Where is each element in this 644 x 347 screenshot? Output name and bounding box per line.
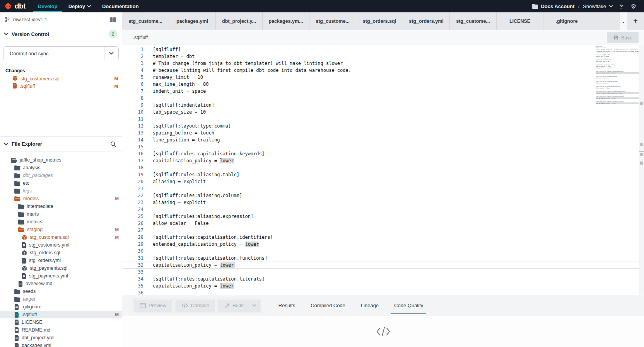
tree-item-overview.md[interactable]: overview.md [0, 280, 122, 287]
code-line-29[interactable]: 29extended_capitalisation_policy = lower [122, 241, 639, 248]
nav-item-documentation[interactable]: Documentation [97, 0, 144, 12]
tree-item-dbt_project.yml[interactable]: dbt_project.yml [0, 334, 122, 342]
tree-item-LICENSE[interactable]: LICENSE [0, 318, 122, 326]
code-line-25[interactable]: 25[sqlfluff:rules:aliasing.expression] [122, 213, 639, 220]
tree-item-logs[interactable]: logs [0, 187, 122, 195]
code-line-9[interactable]: 9[sqlfluff:indentation] [122, 102, 639, 109]
file-tab-stg_ordersyml[interactable]: stg_orders.yml [403, 12, 450, 30]
file-tab-overflow[interactable]: . [620, 12, 627, 30]
code-line-31[interactable]: 31[sqlfluff:rules:capitalisation.functio… [122, 255, 639, 262]
file-tab-stg_custome[interactable]: stg_custome... [309, 12, 356, 30]
code-line-14[interactable]: 14line_position = trailing [122, 136, 639, 143]
file-tab-stg_custome[interactable]: stg_custome... [450, 12, 497, 30]
panel-tab-results[interactable]: Results [278, 300, 295, 311]
code-line-30[interactable]: 30 [122, 248, 639, 255]
code-line-27[interactable]: 27 [122, 227, 639, 234]
tree-item-.sqlfluff[interactable]: .sqlfluffM [0, 311, 122, 318]
version-control-header[interactable]: Version Control 2 [0, 27, 122, 41]
code-line-23[interactable]: 23aliasing = explicit [122, 199, 639, 206]
code-line-20[interactable]: 20aliasing = explicit [122, 178, 639, 185]
code-line-36[interactable]: 36 [122, 289, 639, 295]
tree-item-jaffle_shop_metrics[interactable]: jaffle_shop_metrics [0, 156, 122, 164]
code-line-11[interactable]: 11 [122, 116, 639, 122]
code-line-15[interactable]: 15 [122, 143, 639, 150]
nav-item-deploy[interactable]: Deploy [63, 0, 97, 12]
code-line-16[interactable]: 16[sqlfluff:rules:capitalisation.keyword… [122, 150, 639, 157]
minimap[interactable]: [sqlfluff] templater = dbt # This change… [596, 46, 639, 107]
tree-item-etc[interactable]: etc [0, 179, 122, 187]
search-icon[interactable] [110, 141, 116, 147]
tree-item-stg_payments.sql[interactable]: stg_payments.sql [0, 264, 122, 272]
tree-item-intermediate[interactable]: intermediate [0, 202, 122, 210]
tree-item-metrics[interactable]: metrics [0, 218, 122, 226]
code-line-13[interactable]: 13spacing_before = touch [122, 129, 639, 136]
commit-options-caret[interactable] [104, 47, 118, 60]
account-switcher[interactable]: Docs Account / Snowflake [532, 3, 613, 9]
panel-tab-lineage[interactable]: Lineage [361, 300, 379, 311]
commit-and-sync-button[interactable]: Commit and sync [3, 46, 119, 60]
file-tab-LICENSE[interactable]: LICENSE [497, 12, 543, 30]
tree-item-target[interactable]: target [0, 295, 122, 303]
settings-button[interactable]: ⚙ [629, 2, 638, 10]
nav-item-develop[interactable]: Develop [32, 0, 63, 12]
tree-item-stg_customers.sql[interactable]: stg_customers.sqlM [0, 233, 122, 241]
code-line-1[interactable]: 1[sqlfluff] [122, 46, 639, 53]
tree-item-seeds[interactable]: seeds [0, 287, 122, 295]
code-editor[interactable]: 1[sqlfluff]2templater = dbt3# This chang… [122, 45, 644, 295]
code-line-6[interactable]: 6max_line_length = 80 [122, 81, 639, 88]
tree-item-analysis[interactable]: analysis [0, 164, 122, 172]
code-area[interactable]: 1[sqlfluff]2templater = dbt3# This chang… [122, 45, 639, 295]
code-line-4[interactable]: 4# because linting will first compile db… [122, 67, 639, 74]
file-explorer-header[interactable]: File Explorer [0, 137, 122, 151]
tree-item-models[interactable]: modelsM [0, 195, 122, 202]
code-line-33[interactable]: 33 [122, 269, 639, 276]
build-options-caret[interactable] [249, 300, 260, 311]
tree-item-stg_payments.yml[interactable]: stg_payments.yml [0, 272, 122, 280]
code-line-32[interactable]: 32capitalisation_policy = lower [122, 262, 639, 269]
code-line-21[interactable]: 21 [122, 185, 639, 192]
changed-file-.sqlfluff[interactable]: .sqlfluffM [0, 82, 122, 90]
tree-item-packages.yml[interactable]: packages.yml [0, 342, 122, 347]
build-button[interactable]: Build [219, 300, 260, 311]
editor-scrollbar[interactable] [639, 45, 644, 295]
code-line-18[interactable]: 18 [122, 164, 639, 171]
code-line-22[interactable]: 22[sqlfluff:rules:aliasing.column] [122, 192, 639, 199]
code-line-7[interactable]: 7indent_unit = space [122, 88, 639, 95]
file-tab-stg_orderssql[interactable]: stg_orders.sql [356, 12, 403, 30]
tree-item-stg_customers.yml[interactable]: stg_customers.yml [0, 241, 122, 249]
split-panels-icon[interactable] [109, 17, 116, 22]
code-line-24[interactable]: 24 [122, 206, 639, 213]
code-line-5[interactable]: 5runaway_limit = 10 [122, 74, 639, 81]
code-line-10[interactable]: 10tab_space_size = 10 [122, 109, 639, 116]
help-button[interactable]: ? [617, 2, 625, 10]
code-line-19[interactable]: 19[sqlfluff:rules:aliasing.table] [122, 171, 639, 178]
tree-item-.gitignore[interactable]: .gitignore [0, 303, 122, 311]
code-line-26[interactable]: 26allow_scalar = False [122, 220, 639, 227]
code-line-34[interactable]: 34[sqlfluff:rules:capitalisation.literal… [122, 276, 639, 282]
code-line-17[interactable]: 17capitalisation_policy = lower [122, 157, 639, 164]
tree-item-staging[interactable]: stagingM [0, 226, 122, 233]
panel-tab-compiled-code[interactable]: Compiled Code [311, 300, 345, 311]
dbt-logo[interactable]: dbt [0, 0, 32, 12]
tree-item-README.md[interactable]: README.md [0, 326, 122, 334]
code-line-28[interactable]: 28[sqlfluff:rules:capitalisation.identif… [122, 234, 639, 241]
compile-button[interactable]: Compile [176, 300, 215, 311]
tree-item-marts[interactable]: marts [0, 210, 122, 218]
save-button[interactable]: Save [607, 32, 639, 43]
code-line-3[interactable]: 3# This change (from jinja to dbt templa… [122, 60, 639, 67]
file-tab-packagesym[interactable]: packages.ym... [263, 12, 309, 30]
changed-file-stg_customers.sql[interactable]: stg_customers.sqlM [0, 75, 122, 82]
tree-item-stg_orders.sql[interactable]: stg_orders.sql [0, 249, 122, 257]
new-tab-button[interactable]: + [627, 12, 644, 30]
preview-button[interactable]: Preview [134, 300, 172, 311]
file-tab-dbt_projecty[interactable]: dbt_project.y... [216, 12, 263, 30]
file-tab-stg_custome[interactable]: stg_custome... [122, 12, 169, 30]
code-line-8[interactable]: 8 [122, 95, 639, 102]
code-line-2[interactable]: 2templater = dbt [122, 53, 639, 60]
code-line-35[interactable]: 35capitalisation_policy = lower [122, 282, 639, 289]
tree-item-stg_orders.yml[interactable]: stg_orders.yml [0, 257, 122, 264]
panel-tab-code-quality[interactable]: Code Quality [394, 300, 423, 311]
file-tab-gitignore[interactable]: .gitignore [543, 12, 590, 30]
file-tab-packagesyml[interactable]: packages.yml [169, 12, 216, 30]
code-line-12[interactable]: 12[sqlfluff:layout:type:comma] [122, 122, 639, 129]
